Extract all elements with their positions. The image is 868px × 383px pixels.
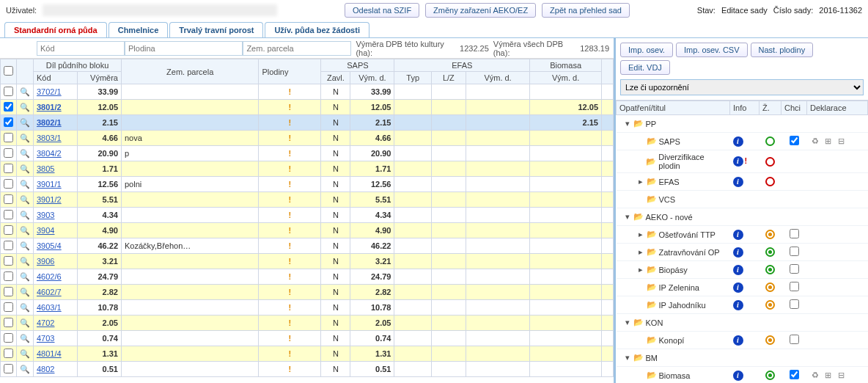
magnify-icon[interactable]: 🔍 [20,103,30,112]
row-checkbox[interactable] [4,333,13,343]
table-row[interactable]: 🔍4801/41.31!N1.31 [1,346,614,362]
row-checkbox[interactable] [4,349,13,358]
tree-row[interactable]: 📂IP Jahodníkui [617,296,868,314]
chci-checkbox[interactable] [790,247,799,256]
kod-link[interactable]: 3901/2 [37,195,62,204]
magnify-icon[interactable]: 🔍 [20,303,30,312]
row-checkbox[interactable] [4,194,13,204]
hdr-bio-vymd[interactable]: Vým. d. [530,72,602,84]
expand-arrow-icon[interactable]: ▾ [624,212,631,222]
recycle-icon[interactable]: ♻ [810,136,820,146]
table-row[interactable]: 🔍39034.34!N4.34 [1,208,614,223]
kod-link[interactable]: 3801/2 [37,103,62,112]
chci-checkbox[interactable] [790,136,799,145]
magnify-icon[interactable]: 🔍 [20,164,30,173]
hdr-lz[interactable]: L/Z [431,72,466,84]
btn-zmeny-aeko[interactable]: Změny zařazení AEKO/EZ [425,3,536,18]
row-checkbox[interactable] [4,210,13,219]
tree-row[interactable]: 📂SAPSi♻⊞⊟ [617,133,868,150]
info-icon[interactable]: i [733,230,743,240]
kod-link[interactable]: 3805 [37,164,54,173]
btn-imp-osev[interactable]: Imp. osev. [620,43,673,57]
tree-row[interactable]: ▸📂Zatravňování OPi [617,244,868,261]
filter-plodina[interactable] [125,41,243,56]
info-icon[interactable]: i [733,156,743,167]
row-checkbox[interactable] [4,102,13,112]
table-row[interactable]: 🔍4602/624.79!N24.79 [1,269,614,285]
row-checkbox[interactable] [4,318,13,327]
info-icon[interactable]: i [733,177,743,187]
row-checkbox[interactable] [4,287,13,296]
btn-nast-plodiny[interactable]: Nast. plodiny [751,43,814,57]
table-row[interactable]: 🔍3802/12.15!N2.152.15 [1,115,614,131]
row-checkbox[interactable] [4,133,13,142]
row-checkbox[interactable] [4,87,13,96]
table-row[interactable]: 🔍3804/220.90p!N20.90 [1,146,614,161]
expand-arrow-icon[interactable]: ▾ [624,318,631,327]
row-checkbox[interactable] [4,164,13,173]
tree-row[interactable]: 📂Diverzifikace plodini! [617,150,868,173]
kod-link[interactable]: 4702 [37,318,54,327]
kod-link[interactable]: 3901/1 [37,180,62,189]
tree-row[interactable]: ▾📂PP [617,115,868,133]
filter-kod[interactable] [37,41,125,56]
magnify-icon[interactable]: 🔍 [20,334,30,343]
magnify-icon[interactable]: 🔍 [20,180,30,189]
magnify-icon[interactable]: 🔍 [20,288,30,296]
info-icon[interactable]: i [733,265,743,275]
info-icon[interactable]: i [733,335,743,346]
minus-icon[interactable]: ⊟ [836,136,847,146]
filter-upozorneni-select[interactable]: Lze či upozornění [620,79,864,95]
kod-link[interactable]: 4703 [37,334,54,343]
checkbox-all[interactable] [4,66,13,76]
row-checkbox[interactable] [4,256,13,266]
tree-row[interactable]: ▾📂AEKO - nové [617,208,868,226]
expand-arrow-icon[interactable]: ▸ [637,230,644,239]
hdr-kod[interactable]: Kód [34,72,78,84]
hdr-saps-vymd[interactable]: Vým. d. [350,72,394,84]
tree-row[interactable]: ▾📂BM [617,349,868,367]
recycle-icon[interactable]: ♻ [810,371,820,380]
magnify-icon[interactable]: 🔍 [20,318,30,327]
magnify-icon[interactable]: 🔍 [20,149,30,158]
magnify-icon[interactable]: 🔍 [20,241,30,250]
tab-trvaly-travni-porost[interactable]: Trvalý travní porost [169,22,263,37]
row-checkbox[interactable] [4,271,13,281]
kod-link[interactable]: 4603/1 [37,303,62,312]
expand-arrow-icon[interactable]: ▸ [637,247,644,257]
tree-row[interactable]: 📂Biomasai♻⊞⊟ [617,367,868,384]
tab-chmelnice[interactable]: Chmelnice [108,22,169,37]
kod-link[interactable]: 3903 [37,211,54,219]
kod-link[interactable]: 3803/1 [37,134,62,142]
kod-link[interactable]: 3702/1 [37,87,62,96]
btn-imp-osev-csv[interactable]: Imp. osev. CSV [676,43,748,57]
magnify-icon[interactable]: 🔍 [20,87,30,96]
row-checkbox[interactable] [4,225,13,235]
table-row[interactable]: 🔍38051.71!N1.71 [1,161,614,177]
magnify-icon[interactable]: 🔍 [20,118,30,127]
plus-icon[interactable]: ⊞ [823,136,834,146]
chci-checkbox[interactable] [790,370,799,379]
tree-row[interactable]: ▸📂Ošetřování TTPi [617,226,868,244]
chci-checkbox[interactable] [790,299,799,309]
tree-row[interactable]: ▸📂Biopásyi [617,261,868,279]
table-row[interactable]: 🔍3901/25.51!N5.51 [1,192,614,208]
info-icon[interactable]: i [733,371,743,381]
expand-arrow-icon[interactable]: ▸ [637,265,644,274]
tree-row[interactable]: ▸📂EFASi [617,173,868,191]
hdr-checkall[interactable] [1,59,17,84]
info-icon[interactable]: i [733,300,743,310]
btn-zpet-prehled[interactable]: Zpět na přehled sad [542,3,630,18]
info-icon[interactable]: i [733,247,743,258]
tree-row[interactable]: 📂VCS [617,191,868,208]
chci-checkbox[interactable] [790,335,799,344]
magnify-icon[interactable]: 🔍 [20,272,30,281]
kod-link[interactable]: 3905/4 [37,241,62,250]
table-row[interactable]: 🔍3702/133.99!N33.99 [1,84,614,100]
btn-odeslat-szif[interactable]: Odeslat na SZIF [345,3,419,18]
tree-row[interactable]: 📂Konopíi [617,332,868,349]
table-row[interactable]: 🔍47022.05!N2.05 [1,315,614,331]
row-checkbox[interactable] [4,364,13,373]
info-icon[interactable]: i [733,282,743,293]
expand-arrow-icon[interactable]: ▸ [637,177,644,186]
